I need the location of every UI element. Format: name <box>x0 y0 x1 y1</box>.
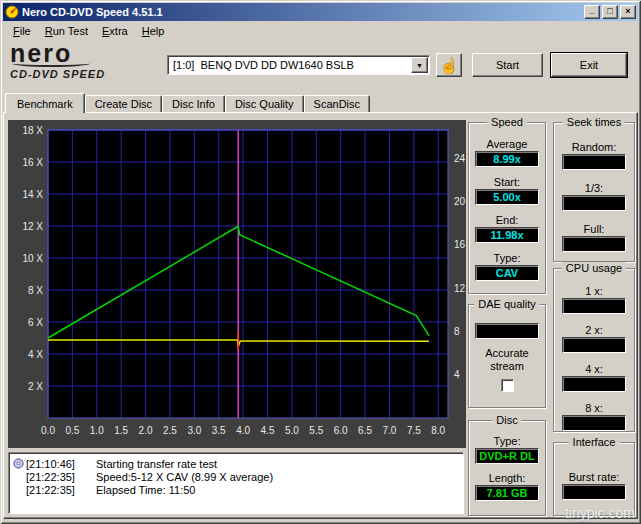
average-value: 8.99x <box>475 151 539 167</box>
speed-average-field: Average 8.99x <box>475 138 539 167</box>
dae-quality-value <box>475 323 539 339</box>
nero-logo: nero CD-DVD SPEED <box>10 41 162 80</box>
log-entry: [21:22:35] Elapsed Time: 11:50 <box>13 483 461 496</box>
svg-text:4.5: 4.5 <box>261 425 275 436</box>
svg-text:10 X: 10 X <box>22 253 43 264</box>
svg-text:8.0: 8.0 <box>431 425 445 436</box>
drive-selector[interactable]: [1:0] BENQ DVD DD DW1640 BSLB ▼ <box>167 55 430 75</box>
tab-disc-info[interactable]: Disc Info <box>162 95 225 112</box>
dae-quality-panel: DAE quality Accurate stream <box>468 304 546 408</box>
minimize-button[interactable]: _ <box>584 5 600 19</box>
seek-full-field: Full: <box>562 223 626 252</box>
cpu-2x-field: 2 x: <box>562 324 626 353</box>
window-title: Nero CD-DVD Speed 4.51.1 <box>22 6 582 18</box>
seek-full-label: Full: <box>584 223 605 236</box>
app-icon <box>5 5 19 19</box>
cpu-4x-value <box>562 376 626 392</box>
svg-text:6.0: 6.0 <box>334 425 348 436</box>
tab-scandisc[interactable]: ScanDisc <box>304 95 370 112</box>
menu-help[interactable]: Help <box>135 23 172 39</box>
svg-text:2.5: 2.5 <box>163 425 177 436</box>
svg-text:4 X: 4 X <box>28 349 43 360</box>
burst-rate-label: Burst rate: <box>569 471 620 484</box>
svg-text:8 X: 8 X <box>28 285 43 296</box>
exit-button[interactable]: Exit <box>551 53 627 77</box>
svg-text:7.0: 7.0 <box>383 425 397 436</box>
svg-text:5.5: 5.5 <box>309 425 323 436</box>
end-label: End: <box>496 214 519 227</box>
menu-extra[interactable]: Extra <box>95 23 135 39</box>
svg-text:2 X: 2 X <box>28 381 43 392</box>
cpu-8x-value <box>562 415 626 431</box>
menu-run-test[interactable]: Run Test <box>38 23 95 39</box>
type-label: Type: <box>494 252 521 265</box>
tab-create-disc[interactable]: Create Disc <box>85 95 162 112</box>
app-window: Nero CD-DVD Speed 4.51.1 _ □ × File Run … <box>0 0 641 524</box>
seek-third-value <box>562 195 626 211</box>
speed-end-field: End: 11.98x <box>475 214 539 243</box>
log-time: [21:22:35] <box>26 484 96 496</box>
disc-type-value: DVD+R DL <box>475 448 539 464</box>
svg-text:2.0: 2.0 <box>139 425 153 436</box>
svg-text:4.0: 4.0 <box>236 425 250 436</box>
cpu-8x-label: 8 x: <box>585 402 603 415</box>
svg-text:12 X: 12 X <box>22 221 43 232</box>
close-button[interactable]: × <box>620 5 636 19</box>
tab-disc-quality[interactable]: Disc Quality <box>225 95 304 112</box>
seek-full-value <box>562 236 626 252</box>
svg-text:8: 8 <box>454 326 460 337</box>
maximize-button[interactable]: □ <box>602 5 618 19</box>
svg-text:16: 16 <box>454 239 466 250</box>
disc-length-field: Length: 7.81 GB <box>475 472 539 501</box>
disc-length-value: 7.81 GB <box>475 485 539 501</box>
svg-text:4: 4 <box>454 369 460 380</box>
burst-rate-value <box>562 484 626 500</box>
drive-info-button[interactable]: ☝ <box>436 53 462 77</box>
svg-text:1.5: 1.5 <box>114 425 128 436</box>
svg-text:0.5: 0.5 <box>65 425 79 436</box>
disc-icon <box>13 458 26 469</box>
accurate-stream-label-line1: Accurate <box>485 347 528 360</box>
cpu-4x-field: 4 x: <box>562 363 626 392</box>
type-value: CAV <box>475 265 539 281</box>
start-button[interactable]: Start <box>472 53 543 77</box>
svg-text:3.0: 3.0 <box>187 425 201 436</box>
svg-text:0.0: 0.0 <box>41 425 55 436</box>
titlebar: Nero CD-DVD Speed 4.51.1 _ □ × <box>3 3 638 21</box>
cpu-1x-field: 1 x: <box>562 285 626 314</box>
menu-file[interactable]: File <box>6 23 38 39</box>
hand-pointer-icon: ☝ <box>440 57 459 74</box>
svg-text:14 X: 14 X <box>22 189 43 200</box>
seek-third-field: 1/3: <box>562 182 626 211</box>
speed-type-field: Type: CAV <box>475 252 539 281</box>
log-text: Starting transfer rate test <box>96 458 217 470</box>
svg-text:20: 20 <box>454 196 466 207</box>
tab-bar: Benchmark Create Disc Disc Info Disc Qua… <box>5 93 370 112</box>
seek-times-panel: Seek times Random: 1/3: Full: <box>553 122 635 262</box>
tab-benchmark[interactable]: Benchmark <box>5 93 85 113</box>
dae-quality-title: DAE quality <box>474 298 539 310</box>
disc-panel: Disc Type: DVD+R DL Length: 7.81 GB <box>468 420 546 516</box>
speed-panel-title: Speed <box>487 116 527 128</box>
svg-text:6.5: 6.5 <box>358 425 372 436</box>
log-text: Speed:5-12 X CAV (8.99 X average) <box>96 471 273 483</box>
chevron-down-icon[interactable]: ▼ <box>411 57 428 73</box>
cpu-8x-field: 8 x: <box>562 402 626 431</box>
log-time: [21:22:35] <box>26 471 96 483</box>
accurate-stream-label-line2: stream <box>490 360 524 373</box>
cpu-2x-label: 2 x: <box>585 324 603 337</box>
start-value: 5.00x <box>475 189 539 205</box>
start-label: Start: <box>494 176 520 189</box>
seek-third-label: 1/3: <box>585 182 603 195</box>
speed-start-field: Start: 5.00x <box>475 176 539 205</box>
speed-panel: Speed Average 8.99x Start: 5.00x End: 11… <box>468 122 546 294</box>
cpu-2x-value <box>562 337 626 353</box>
accurate-stream-checkbox[interactable] <box>501 379 514 392</box>
log-entry: [21:10:46] Starting transfer rate test <box>13 457 461 470</box>
seek-random-field: Random: <box>562 141 626 170</box>
disc-type-label: Type: <box>494 435 521 448</box>
burst-rate-field: Burst rate: <box>562 471 626 500</box>
cpu-1x-value <box>562 298 626 314</box>
cpu-usage-title: CPU usage <box>562 262 626 274</box>
log-time: [21:10:46] <box>26 458 96 470</box>
